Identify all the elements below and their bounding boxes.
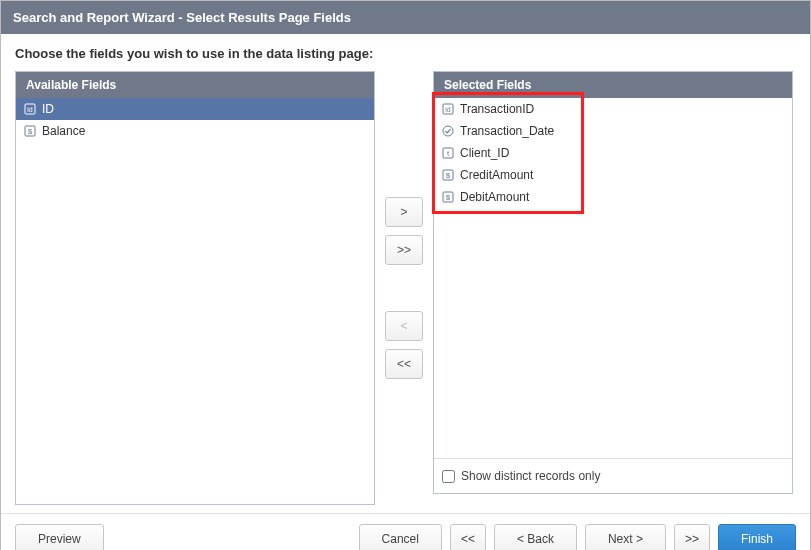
panels-row: Available Fields idID$Balance > >> < << … xyxy=(15,71,796,505)
selected-fields-column: Selected Fields idTransactionIDTransacti… xyxy=(433,71,793,505)
instruction-text: Choose the fields you wish to use in the… xyxy=(15,46,796,61)
svg-text:$: $ xyxy=(28,127,33,136)
svg-text:t: t xyxy=(447,149,450,158)
svg-text:id: id xyxy=(27,106,33,113)
distinct-records-label: Show distinct records only xyxy=(461,469,600,483)
selected-field-item[interactable]: idTransactionID xyxy=(434,98,792,120)
currency-icon: $ xyxy=(24,125,36,137)
svg-text:$: $ xyxy=(446,171,451,180)
id-icon: id xyxy=(442,103,454,115)
selected-fields-panel: Selected Fields idTransactionIDTransacti… xyxy=(433,71,793,494)
selected-fields-header: Selected Fields xyxy=(434,72,792,98)
remove-one-button[interactable]: < xyxy=(385,311,423,341)
transfer-buttons-column: > >> < << xyxy=(375,71,433,505)
available-field-item[interactable]: $Balance xyxy=(16,120,374,142)
id-icon: id xyxy=(24,103,36,115)
field-label: Balance xyxy=(42,124,85,138)
preview-button[interactable]: Preview xyxy=(15,524,104,550)
currency-icon: $ xyxy=(442,191,454,203)
finish-button[interactable]: Finish xyxy=(718,524,796,550)
footer-button-row: Preview Cancel << < Back Next > >> Finis… xyxy=(1,513,810,550)
available-fields-panel: Available Fields idID$Balance xyxy=(15,71,375,505)
svg-point-6 xyxy=(443,126,453,136)
available-fields-list[interactable]: idID$Balance xyxy=(16,98,374,504)
currency-icon: $ xyxy=(442,169,454,181)
field-label: ID xyxy=(42,102,54,116)
selected-field-item[interactable]: Transaction_Date xyxy=(434,120,792,142)
available-fields-column: Available Fields idID$Balance xyxy=(15,71,375,505)
field-label: DebitAmount xyxy=(460,190,529,204)
last-page-button[interactable]: >> xyxy=(674,524,710,550)
available-fields-header: Available Fields xyxy=(16,72,374,98)
text-icon: t xyxy=(442,147,454,159)
add-one-button[interactable]: > xyxy=(385,197,423,227)
next-button[interactable]: Next > xyxy=(585,524,666,550)
back-button[interactable]: < Back xyxy=(494,524,577,550)
first-page-button[interactable]: << xyxy=(450,524,486,550)
field-label: CreditAmount xyxy=(460,168,533,182)
cancel-button[interactable]: Cancel xyxy=(359,524,442,550)
selected-fields-footer: Show distinct records only xyxy=(434,458,792,493)
selected-field-item[interactable]: tClient_ID xyxy=(434,142,792,164)
add-all-button[interactable]: >> xyxy=(385,235,423,265)
selected-field-item[interactable]: $CreditAmount xyxy=(434,164,792,186)
field-label: Client_ID xyxy=(460,146,509,160)
date-icon xyxy=(442,125,454,137)
selected-fields-list[interactable]: idTransactionIDTransaction_DatetClient_I… xyxy=(434,98,792,458)
content-area: Choose the fields you wish to use in the… xyxy=(1,34,810,513)
field-label: Transaction_Date xyxy=(460,124,554,138)
window-title: Search and Report Wizard - Select Result… xyxy=(1,1,810,34)
svg-text:id: id xyxy=(445,106,451,113)
distinct-records-checkbox[interactable] xyxy=(442,470,455,483)
remove-all-button[interactable]: << xyxy=(385,349,423,379)
available-field-item[interactable]: idID xyxy=(16,98,374,120)
selected-field-item[interactable]: $DebitAmount xyxy=(434,186,792,208)
svg-text:$: $ xyxy=(446,193,451,202)
wizard-window: Search and Report Wizard - Select Result… xyxy=(0,0,811,550)
field-label: TransactionID xyxy=(460,102,534,116)
